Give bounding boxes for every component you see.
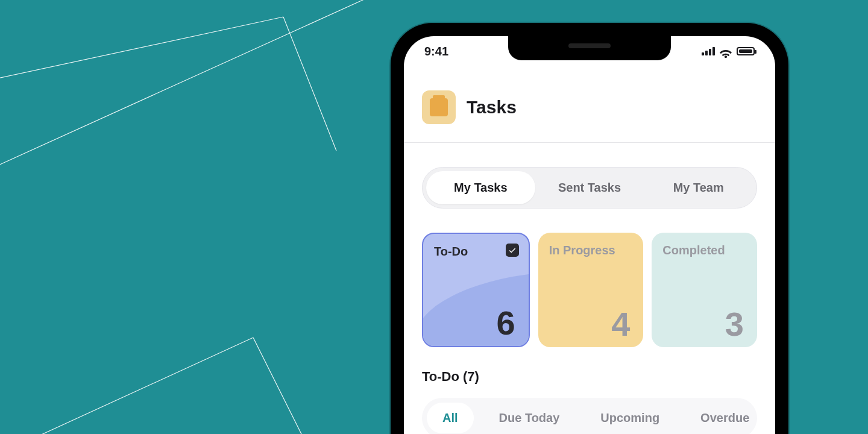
phone-notch: [508, 36, 671, 60]
filter-chips: All Due Today Upcoming Overdue: [422, 398, 757, 434]
chip-label: Due Today: [499, 411, 560, 424]
tab-label: My Team: [673, 181, 724, 194]
section-title-paren: ): [475, 369, 479, 384]
app-header: Tasks: [404, 84, 775, 142]
status-cards: To-Do 6 In Progress 4 Completed 3: [404, 209, 775, 347]
page-title: Tasks: [467, 97, 517, 118]
tasks-app-icon: [422, 90, 456, 124]
tab-my-tasks[interactable]: My Tasks: [426, 171, 535, 204]
card-title: Completed: [662, 244, 746, 257]
chip-label: All: [442, 411, 458, 424]
filter-overdue[interactable]: Overdue: [685, 403, 757, 433]
task-scope-tabs: My Tasks Sent Tasks My Team: [422, 167, 757, 209]
filter-all[interactable]: All: [427, 403, 474, 433]
status-card-todo[interactable]: To-Do 6: [422, 233, 530, 347]
tab-my-team[interactable]: My Team: [644, 171, 753, 204]
filter-due-today[interactable]: Due Today: [483, 403, 576, 433]
battery-icon: [737, 47, 755, 55]
phone-screen: 9:41 Tasks: [404, 36, 775, 434]
checkbox-icon: [506, 244, 519, 257]
section-title-text: To-Do: [422, 369, 459, 384]
card-count: 3: [725, 304, 744, 344]
card-title: To-Do: [434, 245, 518, 259]
tab-label: Sent Tasks: [558, 181, 621, 194]
status-time: 9:41: [424, 45, 448, 58]
filter-upcoming[interactable]: Upcoming: [585, 403, 675, 433]
status-card-completed[interactable]: Completed 3: [652, 233, 757, 347]
phone-frame: 9:41 Tasks: [391, 23, 788, 434]
card-title: In Progress: [549, 244, 633, 257]
status-card-in-progress[interactable]: In Progress 4: [538, 233, 644, 347]
cellular-signal-icon: [702, 47, 715, 55]
chip-label: Upcoming: [600, 411, 659, 424]
chip-label: Overdue: [700, 411, 749, 424]
list-section-heading: To-Do (7): [404, 347, 775, 385]
wifi-icon: [720, 47, 732, 55]
card-count: 4: [611, 304, 630, 344]
section-title-count: 7: [467, 369, 474, 384]
tab-sent-tasks[interactable]: Sent Tasks: [535, 171, 644, 204]
tab-label: My Tasks: [454, 181, 508, 194]
card-count: 6: [497, 303, 515, 342]
